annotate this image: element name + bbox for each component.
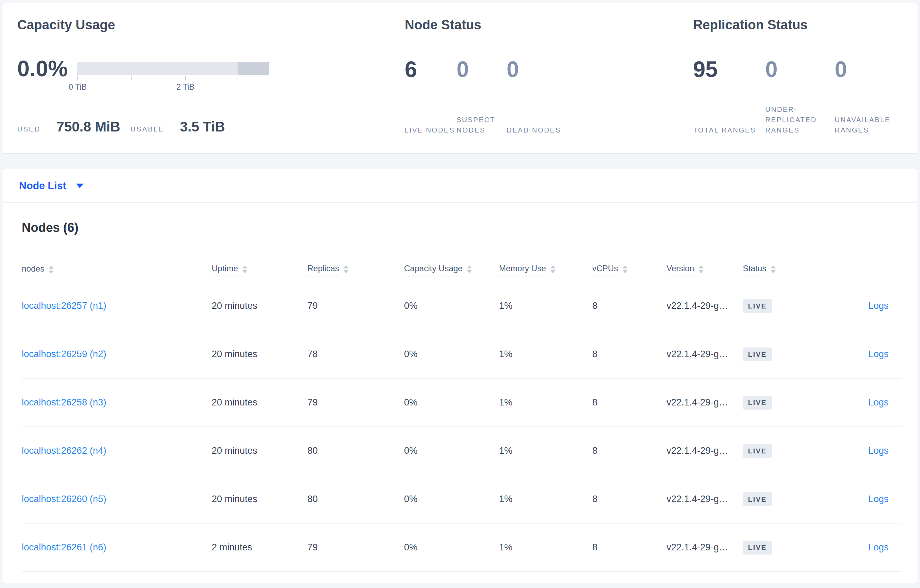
unavailable-ranges-stat: 0 UNAVAILABLE RANGES <box>835 58 899 135</box>
node-status-section: Node Status 6 LIVE NODES 0 SUSPECT NODES… <box>405 3 667 153</box>
capacity-usage-cell: 0% <box>404 446 499 456</box>
replicas-cell: 79 <box>307 542 404 553</box>
logs-link[interactable]: Logs <box>868 542 889 552</box>
logs-link[interactable]: Logs <box>868 397 889 407</box>
memory-use-cell: 1% <box>499 542 592 553</box>
capacity-used-percent: 0.0% <box>17 58 68 80</box>
replicas-cell: 80 <box>307 494 404 504</box>
replicas-cell: 79 <box>307 300 404 311</box>
node-link[interactable]: localhost:26260 (n5) <box>22 494 106 504</box>
version-cell: v22.1.4-29-g… <box>667 494 743 504</box>
sort-icon[interactable] <box>343 265 348 273</box>
unavailable-ranges-label: UNAVAILABLE RANGES <box>835 115 899 135</box>
suspect-nodes-stat: 0 SUSPECT NODES <box>457 58 507 135</box>
logs-link[interactable]: Logs <box>868 446 889 456</box>
node-link[interactable]: localhost:26257 (n1) <box>22 300 106 311</box>
capacity-usage-cell: 0% <box>404 300 499 311</box>
suspect-nodes-count: 0 <box>457 58 507 81</box>
unavailable-ranges-count: 0 <box>835 58 899 81</box>
vcpus-cell: 8 <box>592 349 667 360</box>
replication-status-title: Replication Status <box>693 18 808 32</box>
column-header-status[interactable]: Status <box>743 263 829 276</box>
vcpus-cell: 8 <box>592 494 667 504</box>
table-row: localhost:26258 (n3) 20 minutes 79 0% 1%… <box>22 378 902 427</box>
memory-use-cell: 1% <box>499 349 592 360</box>
sort-icon[interactable] <box>49 266 53 274</box>
axis-tick <box>77 76 78 81</box>
used-value: 750.8 MiB <box>57 119 120 134</box>
node-list-dropdown-label: Node List <box>19 180 66 192</box>
axis-tick <box>238 76 238 81</box>
node-link[interactable]: localhost:26262 (n4) <box>22 446 106 456</box>
replicas-cell: 79 <box>307 397 404 408</box>
logs-link[interactable]: Logs <box>868 349 889 359</box>
view-selector-bar: Node List <box>3 169 917 203</box>
logs-link[interactable]: Logs <box>868 494 889 504</box>
version-cell: v22.1.4-29-g… <box>667 300 743 311</box>
capacity-axis-ticks <box>77 76 269 81</box>
replicas-cell: 78 <box>307 349 404 360</box>
node-status-title: Node Status <box>405 18 481 32</box>
total-ranges-count: 95 <box>693 58 765 81</box>
used-label: USED <box>17 125 41 133</box>
status-badge: LIVE <box>743 444 772 458</box>
axis-tick-label: 2 TiB <box>177 82 194 92</box>
status-badge: LIVE <box>743 299 772 313</box>
under-replicated-ranges-stat: 0 UNDER-REPLICATED RANGES <box>765 58 835 135</box>
total-ranges-label: TOTAL RANGES <box>693 125 757 135</box>
dead-nodes-count: 0 <box>507 58 561 81</box>
sort-icon[interactable] <box>699 265 703 273</box>
sort-icon[interactable] <box>243 265 247 273</box>
node-link[interactable]: localhost:26259 (n2) <box>22 349 106 359</box>
vcpus-cell: 8 <box>592 542 667 553</box>
axis-tick-label: 0 TiB <box>69 82 87 92</box>
capacity-bar-chart: 0 TiB 2 TiB <box>77 62 269 93</box>
table-header-row: nodes Uptime Replicas Capacity Usage Mem… <box>22 258 902 282</box>
uptime-cell: 2 minutes <box>212 542 307 553</box>
vcpus-cell: 8 <box>592 300 667 311</box>
capacity-usage-cell: 0% <box>404 349 499 360</box>
column-header-vcpus[interactable]: vCPUs <box>592 263 667 276</box>
version-cell: v22.1.4-29-g… <box>667 349 743 360</box>
column-header-memory-use[interactable]: Memory Use <box>499 263 592 276</box>
status-badge: LIVE <box>743 396 772 410</box>
usable-label: USABLE <box>131 125 164 133</box>
axis-tick <box>185 76 186 81</box>
version-cell: v22.1.4-29-g… <box>667 542 743 553</box>
node-link[interactable]: localhost:26258 (n3) <box>22 397 106 407</box>
memory-use-cell: 1% <box>499 494 592 504</box>
table-row: localhost:26260 (n5) 20 minutes 80 0% 1%… <box>22 475 902 523</box>
capacity-bar-usable-segment <box>77 62 238 75</box>
sort-icon[interactable] <box>771 265 776 273</box>
column-header-replicas[interactable]: Replicas <box>307 263 404 276</box>
total-ranges-stat: 95 TOTAL RANGES <box>693 58 765 135</box>
column-header-nodes[interactable]: nodes <box>22 264 212 276</box>
node-link[interactable]: localhost:26261 (n6) <box>22 542 106 552</box>
logs-link[interactable]: Logs <box>868 300 889 311</box>
capacity-bar <box>77 62 269 75</box>
under-replicated-ranges-label: UNDER-REPLICATED RANGES <box>765 104 829 135</box>
memory-use-cell: 1% <box>499 446 592 456</box>
sort-icon[interactable] <box>467 265 472 273</box>
uptime-cell: 20 minutes <box>212 349 307 360</box>
dead-nodes-label: DEAD NODES <box>507 125 561 135</box>
column-header-capacity-usage[interactable]: Capacity Usage <box>404 263 499 276</box>
sort-icon[interactable] <box>551 265 555 273</box>
replication-status-section: Replication Status 95 TOTAL RANGES 0 UND… <box>693 3 907 153</box>
axis-tick <box>131 76 131 81</box>
sort-icon[interactable] <box>623 265 627 273</box>
replicas-cell: 80 <box>307 446 404 456</box>
node-list-dropdown[interactable]: Node List <box>19 180 84 192</box>
uptime-cell: 20 minutes <box>212 300 307 311</box>
table-row: localhost:26259 (n2) 20 minutes 78 0% 1%… <box>22 330 902 378</box>
column-header-uptime[interactable]: Uptime <box>212 263 307 276</box>
node-list-panel: Node List Nodes (6) nodes Uptime Replica… <box>3 169 917 583</box>
chevron-down-icon <box>76 184 84 188</box>
status-badge: LIVE <box>743 541 772 554</box>
live-nodes-count: 6 <box>405 58 457 81</box>
cluster-overview-panel: Capacity Usage 0.0% 0 TiB 2 TiB USED 750… <box>3 3 917 153</box>
under-replicated-ranges-count: 0 <box>765 58 835 81</box>
column-header-version[interactable]: Version <box>667 263 743 276</box>
live-nodes-label: LIVE NODES <box>405 125 457 135</box>
vcpus-cell: 8 <box>592 397 667 408</box>
